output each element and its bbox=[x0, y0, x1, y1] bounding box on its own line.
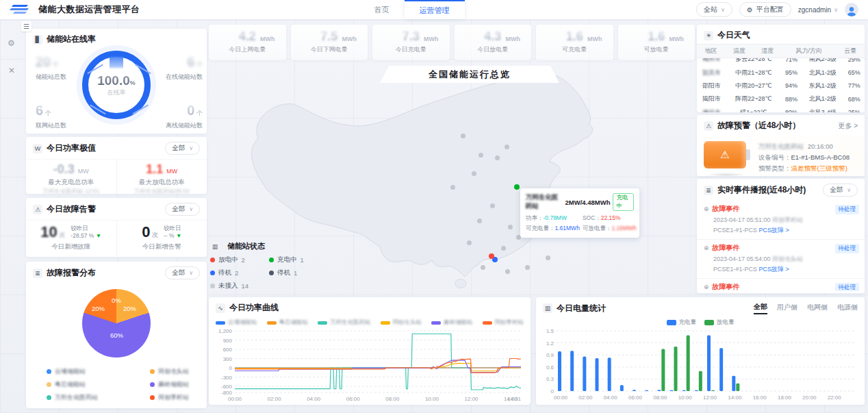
svg-text:18:00: 18:00 bbox=[778, 395, 792, 401]
online-stat-bl: 6 个联网站总数 bbox=[36, 103, 86, 130]
energy-tabs[interactable]: 全部用户侧电网侧电源侧 bbox=[754, 302, 858, 314]
filter-value: 全部 bbox=[172, 268, 185, 277]
line-chart-icon: ∿ bbox=[216, 303, 225, 313]
weather-cell: 95% bbox=[781, 66, 802, 79]
nav-tab-operations[interactable]: 运营管理 bbox=[405, 0, 465, 19]
curve-legend[interactable]: 云埔储能站粤芯储能站万邦生化医药站同创仓头站麻岭储能站同创李村站 bbox=[209, 318, 531, 327]
station-dot[interactable] bbox=[495, 155, 500, 160]
svg-text:600: 600 bbox=[223, 347, 233, 353]
svg-text:22:00: 22:00 bbox=[828, 395, 842, 401]
svg-text:1.5: 1.5 bbox=[546, 328, 554, 334]
close-icon[interactable]: ✕ bbox=[8, 66, 15, 75]
event-item[interactable]: ⊕故障事件待处理2023-04-17 05:54:00 同创仓头站PCSE1-#… bbox=[697, 240, 865, 279]
station-dot[interactable] bbox=[505, 269, 510, 274]
site-selector-dropdown[interactable]: 全站 ∨ bbox=[696, 2, 732, 17]
warning-station: 万邦生化医药站 bbox=[758, 142, 804, 150]
panel-power-extreme: W 今日功率极值 全部 ∨ -0.3 MW最大充电总功率万邦生化医药站 12:0… bbox=[26, 137, 207, 194]
menu-collapse-button[interactable]: ☰ bbox=[21, 21, 31, 32]
chevron-down-icon: ∨ bbox=[834, 7, 838, 13]
svg-text:10:00: 10:00 bbox=[678, 395, 693, 401]
curve-legend-item[interactable]: 云埔储能站 bbox=[216, 318, 257, 327]
energy-stat-cards: 4.2MWh今日上网电量7.5MWh今日下网电量7.3MWh今日充电量4.3MW… bbox=[209, 25, 695, 60]
station-dot[interactable] bbox=[477, 218, 482, 223]
panel-events: ≣ 实时事件播报(近48小时) 全部 ∨ ⊕故障事件待处理2023-04-17 … bbox=[697, 179, 865, 293]
svg-text:04:00: 04:00 bbox=[604, 395, 618, 401]
online-rate-label: 在线率 bbox=[107, 88, 126, 97]
warning-more-link[interactable]: 更多 > bbox=[838, 121, 858, 131]
pie-legend-item[interactable]: 同创李村站 bbox=[150, 393, 189, 402]
bar-legend-item[interactable]: 放电量 bbox=[704, 318, 735, 327]
pie-legend-item[interactable]: 麻岭储能站 bbox=[150, 380, 189, 389]
event-detail-link: PCS故障 bbox=[759, 227, 784, 234]
nav-tab-home[interactable]: 首页 bbox=[359, 0, 405, 19]
status-legend-item: 待机2 bbox=[210, 268, 269, 277]
events-filter-dropdown[interactable]: 全部 ∨ bbox=[823, 184, 858, 197]
pie-legend-item[interactable]: 同创仓头站 bbox=[150, 367, 189, 376]
station-dot[interactable] bbox=[481, 265, 485, 270]
panel-power-curve: ∿ 今日功率曲线 云埔储能站粤芯储能站万邦生化医药站同创仓头站麻岭储能站同创李村… bbox=[209, 297, 531, 405]
curve-legend-item[interactable]: 同创李村站 bbox=[483, 318, 524, 327]
fault-filter-dropdown[interactable]: 全部 ∨ bbox=[165, 203, 200, 216]
gauge-decoration bbox=[110, 55, 123, 69]
power-curve-chart: 1,2009006003000-300-600-80000:0002:0004:… bbox=[212, 327, 528, 403]
main-nav: 首页 运营管理 bbox=[359, 0, 465, 19]
event-item[interactable]: ⊕故障事件待处理2023-04-17 11:15:00 麻岭储能站PCSE1-#… bbox=[697, 279, 865, 291]
energy-tab-全部[interactable]: 全部 bbox=[754, 302, 767, 314]
energy-tab-电网侧[interactable]: 电网侧 bbox=[807, 303, 828, 314]
station-dot[interactable] bbox=[461, 134, 465, 138]
weather-cell: 80% bbox=[781, 106, 802, 113]
online-rate-unit: % bbox=[130, 79, 136, 86]
broadcast-icon: ≣ bbox=[704, 186, 713, 195]
station-dot[interactable] bbox=[450, 185, 455, 190]
event-list[interactable]: ⊕故障事件待处理2023-04-17 05:51:00 同创李村站PCSE1-#… bbox=[697, 201, 865, 291]
station-dot[interactable] bbox=[472, 171, 476, 176]
curve-legend-item[interactable]: 粤芯储能站 bbox=[267, 318, 309, 327]
bar-legend-item[interactable]: 充电量 bbox=[667, 318, 697, 327]
weather-col-header: 温度 bbox=[725, 45, 753, 58]
power-extreme-filter-dropdown[interactable]: 全部 ∨ bbox=[165, 142, 200, 155]
weather-row: 韶关市中雨21~28℃95%北风1-2级65% bbox=[697, 66, 865, 79]
station-dot[interactable] bbox=[508, 225, 513, 229]
station-status-legend: ▥ 储能站状态 放电中2充电中1待机2停机1未接入14 bbox=[210, 241, 327, 290]
gear-icon[interactable]: ⚙ bbox=[8, 38, 15, 48]
curve-legend-item[interactable]: 同创仓头站 bbox=[381, 318, 422, 327]
gear-icon: ⚙ bbox=[747, 6, 753, 14]
station-dot[interactable] bbox=[505, 145, 509, 149]
avatar[interactable] bbox=[845, 3, 858, 16]
weather-table-body[interactable]: 梅州市多云22~28℃71%南风2-3级29%韶关市中雨21~28℃95%北风1… bbox=[697, 58, 865, 112]
weather-cell: 潍坊市 bbox=[697, 106, 726, 113]
station-dot[interactable] bbox=[501, 246, 506, 251]
station-dot[interactable] bbox=[467, 240, 472, 245]
station-dot[interactable] bbox=[490, 203, 495, 208]
pie-filter-dropdown[interactable]: 全部 ∨ bbox=[165, 266, 200, 279]
svg-text:00:00: 00:00 bbox=[228, 396, 242, 402]
pie-legend-item[interactable]: 万邦生化医药站 bbox=[47, 393, 98, 402]
curve-legend-item[interactable]: 麻岭储能站 bbox=[431, 318, 473, 327]
stat-card: 1.6MWh可充电量 bbox=[536, 25, 613, 60]
station-dot[interactable] bbox=[546, 255, 550, 260]
pie-legend-item[interactable]: 粤芯储能站 bbox=[47, 380, 98, 389]
warning-card[interactable]: ⚠ 万邦生化医药站 20:16:00 设备编号：E1-#1-BMS-A-BC08… bbox=[697, 136, 865, 176]
event-item[interactable]: ⊕故障事件待处理2023-04-17 05:51:00 同创李村站PCSE1-#… bbox=[697, 201, 865, 240]
panel-title: 故障报警分布 bbox=[47, 267, 96, 279]
filter-value: 全部 bbox=[830, 186, 843, 195]
user-menu[interactable]: zgcnadmin ∨ bbox=[798, 6, 838, 14]
pie-legend-item[interactable]: 云埔储能站 bbox=[47, 367, 98, 376]
station-dot[interactable] bbox=[478, 153, 483, 158]
weather-cell: 梅州市 bbox=[697, 58, 726, 66]
panel-title: 今日电量统计 bbox=[557, 303, 606, 314]
filter-value: 全部 bbox=[172, 144, 185, 153]
weather-cell: 揭阳市 bbox=[697, 92, 726, 105]
weather-cell: 65% bbox=[843, 66, 865, 79]
platform-config-button[interactable]: ⚙ 平台配置 bbox=[739, 2, 791, 17]
weather-cell: 韶关市 bbox=[697, 66, 726, 79]
energy-tab-电源侧[interactable]: 电源侧 bbox=[837, 303, 858, 314]
filter-value: 全部 bbox=[172, 205, 185, 214]
station-dot[interactable] bbox=[514, 184, 520, 190]
station-dot[interactable] bbox=[489, 253, 494, 259]
curve-legend-item[interactable]: 万邦生化医药站 bbox=[318, 318, 371, 327]
chevron-down-icon: ∨ bbox=[721, 7, 725, 13]
bar-legend: 充电量放电量 bbox=[536, 318, 865, 327]
station-dot[interactable] bbox=[525, 265, 530, 270]
energy-tab-用户侧[interactable]: 用户侧 bbox=[777, 303, 797, 314]
